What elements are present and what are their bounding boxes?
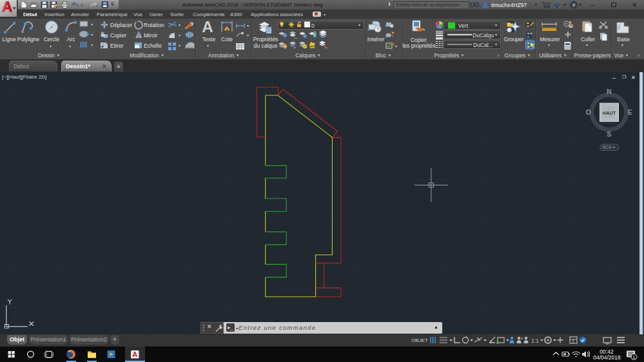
svg-text:▾: ▾ — [91, 23, 93, 26]
svg-text:SCG: SCG — [602, 145, 612, 149]
svg-text:N: N — [607, 88, 612, 95]
svg-text:▾: ▾ — [395, 44, 397, 48]
svg-text:00:42: 00:42 — [600, 348, 614, 355]
svg-text:04/04/2018: 04/04/2018 — [593, 354, 621, 361]
svg-text:1:1: 1:1 — [531, 338, 539, 344]
svg-text:E: E — [628, 108, 632, 116]
svg-text:A: A — [132, 350, 137, 358]
svg-text:1: 1 — [633, 355, 636, 359]
svg-text:▾: ▾ — [247, 24, 249, 28]
svg-text:timuche4HZ97: timuche4HZ97 — [491, 2, 527, 8]
svg-text:▾: ▾ — [247, 33, 249, 37]
svg-text:▾: ▾ — [91, 43, 93, 47]
svg-text:A: A — [202, 19, 213, 35]
svg-text:O: O — [586, 108, 591, 116]
svg-text:HAUT: HAUT — [602, 110, 616, 116]
svg-text:S: S — [607, 130, 611, 138]
svg-text:▾: ▾ — [179, 33, 181, 37]
svg-text:?: ? — [572, 3, 576, 8]
svg-text:▾: ▾ — [91, 33, 93, 37]
svg-text:▾: ▾ — [179, 44, 181, 48]
svg-text:▾: ▾ — [179, 23, 181, 27]
